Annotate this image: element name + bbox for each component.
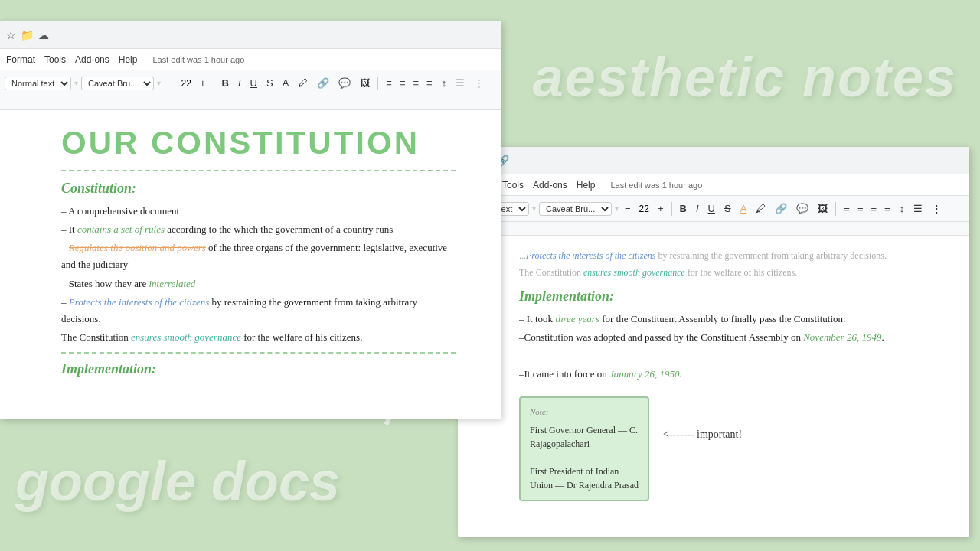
list-btn-right[interactable]: ☰ xyxy=(910,201,926,216)
right-document: ☆ 📁 🔗 Format Tools Add-ons Help Last edi… xyxy=(458,147,969,537)
highlight-three-years: three years xyxy=(555,313,599,324)
highlight-jan-date: January 26, 1950 xyxy=(609,368,679,380)
align-left-btn[interactable]: ≡ xyxy=(383,76,395,90)
last-edit-right: Last edit was 1 hour ago xyxy=(610,181,702,190)
align-justify-btn[interactable]: ≡ xyxy=(423,76,436,90)
impl-line-1: – It took three years for the Constituen… xyxy=(519,311,939,328)
menu-tools[interactable]: Tools xyxy=(44,54,66,65)
line-spacing-btn-right[interactable]: ↕ xyxy=(897,201,908,216)
impl-line-blank xyxy=(519,347,939,364)
font-select-right[interactable]: Caveat Bru... xyxy=(539,202,612,216)
right-body-top: ...Protects the interests of the citizen… xyxy=(519,248,939,281)
left-document: ☆ 📁 ☁ Format Tools Add-ons Help Last edi… xyxy=(0,21,501,419)
underline-btn-right[interactable]: U xyxy=(705,201,718,216)
align-left-btn-right[interactable]: ≡ xyxy=(841,201,853,216)
left-menu-bar: Format Tools Add-ons Help Last edit was … xyxy=(0,49,501,70)
right-line-cutoff-1: ...Protects the interests of the citizen… xyxy=(519,248,939,263)
body-line-6: The Constitution ensures smooth governan… xyxy=(61,329,456,346)
star-icon[interactable]: ☆ xyxy=(6,29,16,41)
font-size-decrease-right[interactable]: − xyxy=(622,201,634,216)
link-btn-right[interactable]: 🔗 xyxy=(772,201,790,216)
left-toolbar-top: ☆ 📁 ☁ xyxy=(0,21,501,49)
highlight-smooth-gov-right: ensures smooth governance xyxy=(583,267,685,278)
right-toolbar-top: ☆ 📁 🔗 xyxy=(458,147,969,174)
right-line-cutoff-2: The Constitution ensures smooth governan… xyxy=(519,265,939,280)
font-size-increase-left[interactable]: + xyxy=(197,76,209,90)
separator-r1 xyxy=(671,202,672,216)
sticky-note-section: Note: First Governor General — C. Rajago… xyxy=(519,390,939,501)
highlight-btn-right[interactable]: 🖊 xyxy=(753,201,769,216)
impl-line-2: –Constitution was adopted and passed by … xyxy=(519,329,939,346)
comment-btn-left[interactable]: 💬 xyxy=(335,76,354,90)
align-icons-right: ≡ ≡ ≡ ≡ xyxy=(841,201,893,216)
align-justify-btn-right[interactable]: ≡ xyxy=(881,201,893,216)
highlight-protects: Protects the interests of the citizens xyxy=(69,296,210,308)
font-size-increase-right[interactable]: + xyxy=(655,201,667,216)
align-icons-left: ≡ ≡ ≡ ≡ xyxy=(383,76,435,90)
watermark-top-right: aesthetic notes xyxy=(533,46,957,109)
italic-btn-right[interactable]: I xyxy=(693,201,702,216)
left-toolbar-icons: ☆ 📁 ☁ xyxy=(6,29,49,41)
highlight-protects-right: Protects the interests of the citizens xyxy=(526,250,655,261)
section-separator-left xyxy=(61,352,456,354)
font-size-right: 22 xyxy=(637,204,652,214)
highlight-contains-rules: contains a set of rules xyxy=(77,223,165,235)
align-right-btn[interactable]: ≡ xyxy=(410,76,422,90)
separator-1 xyxy=(214,77,214,90)
highlight-regulates: Regulates the position and powers xyxy=(69,242,206,253)
menu-help-right[interactable]: Help xyxy=(577,180,596,191)
separator-2 xyxy=(377,77,378,90)
align-center-btn-right[interactable]: ≡ xyxy=(854,201,867,216)
ruler-left xyxy=(0,96,501,110)
bullet-list-btn-right[interactable]: ⋮ xyxy=(929,201,945,216)
highlight-nov-date: November 26, 1949 xyxy=(803,331,881,343)
highlight-interrelated: interrelated xyxy=(149,278,195,289)
implementation-body: – It took three years for the Constituen… xyxy=(519,311,939,383)
style-select-left[interactable]: Normal text xyxy=(5,77,71,90)
align-right-btn-right[interactable]: ≡ xyxy=(867,201,880,216)
ruler-right xyxy=(458,222,969,236)
bullet-list-btn-left[interactable]: ⋮ xyxy=(471,76,487,90)
bold-btn-right[interactable]: B xyxy=(677,201,690,216)
cloud-icon[interactable]: ☁ xyxy=(38,29,49,41)
constitution-heading: Constitution: xyxy=(61,181,456,197)
font-size-decrease-left[interactable]: − xyxy=(164,76,176,90)
sticky-note-label: Note: xyxy=(530,406,639,419)
body-line-3: – Regulates the position and powers of t… xyxy=(61,240,456,273)
font-select-left[interactable]: Caveat Bru... xyxy=(81,77,154,90)
italic-btn-left[interactable]: I xyxy=(235,76,244,90)
folder-icon[interactable]: 📁 xyxy=(21,29,34,41)
highlight-smooth-governance: ensures smooth governance xyxy=(131,331,241,343)
image-btn-left[interactable]: 🖼 xyxy=(357,76,373,90)
menu-addons[interactable]: Add-ons xyxy=(75,54,109,65)
comment-btn-right[interactable]: 💬 xyxy=(793,201,812,216)
strikethrough-btn-right[interactable]: S xyxy=(721,201,734,216)
line-spacing-btn-left[interactable]: ↕ xyxy=(439,76,450,90)
important-label: <------- important! xyxy=(663,429,742,441)
sticky-note-line1: First Governor General — C. Rajagopalach… xyxy=(530,423,639,451)
link-btn-left[interactable]: 🔗 xyxy=(314,76,332,90)
text-color-btn-left[interactable]: A xyxy=(279,76,292,90)
body-line-4: – States how they are interrelated xyxy=(61,276,456,292)
separator-r2 xyxy=(835,202,836,216)
right-format-bar: Normal text ▾ Caveat Bru... ▾ − 22 + B I… xyxy=(458,196,969,222)
menu-help[interactable]: Help xyxy=(119,54,138,65)
right-doc-content: ...Protects the interests of the citizen… xyxy=(458,236,969,537)
body-line-2: – It contains a set of rules according t… xyxy=(61,221,456,238)
watermark-bottom-left: google docs xyxy=(15,450,340,513)
bold-btn-left[interactable]: B xyxy=(219,76,232,90)
highlight-btn-left[interactable]: 🖊 xyxy=(295,76,311,90)
menu-addons-right[interactable]: Add-ons xyxy=(533,180,567,191)
list-btn-left[interactable]: ☰ xyxy=(452,76,468,90)
menu-format[interactable]: Format xyxy=(6,54,35,65)
align-center-btn[interactable]: ≡ xyxy=(397,76,409,90)
strikethrough-btn-left[interactable]: S xyxy=(263,76,276,90)
body-line-1: – A comprehensive document xyxy=(61,203,456,220)
constitution-title: OUR CONSTITUTION xyxy=(61,126,456,171)
text-color-btn-right[interactable]: A xyxy=(737,201,750,216)
menu-tools-right[interactable]: Tools xyxy=(502,180,524,191)
sticky-note-line2: First President of Indian Union — Dr Raj… xyxy=(530,465,639,492)
underline-btn-left[interactable]: U xyxy=(247,76,260,90)
image-btn-right[interactable]: 🖼 xyxy=(815,201,831,216)
constitution-body: – A comprehensive document – It contains… xyxy=(61,203,456,346)
